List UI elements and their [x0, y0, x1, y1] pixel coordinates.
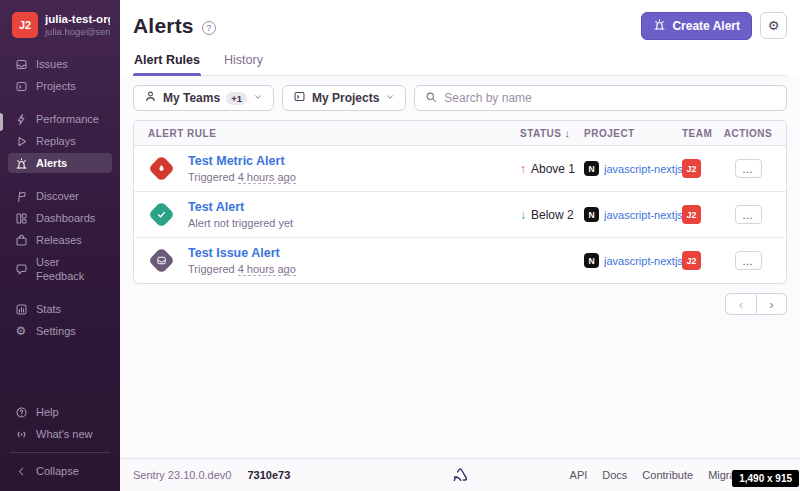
chevron-down-icon — [253, 91, 263, 105]
column-header-team: Team — [682, 128, 724, 139]
row-actions-button[interactable]: … — [735, 251, 762, 270]
arrow-down-icon: ↓ — [520, 208, 526, 222]
teams-count-badge: +1 — [226, 92, 247, 105]
sidebar-item-settings[interactable]: ⚙ Settings — [8, 321, 112, 341]
sidebar-item-help[interactable]: Help — [8, 402, 112, 422]
pagination: ‹ › — [133, 293, 787, 315]
sidebar-item-user-feedback[interactable]: User Feedback — [8, 252, 112, 286]
lightning-icon — [14, 112, 28, 126]
siren-icon — [653, 18, 666, 34]
user-icon — [144, 90, 157, 106]
tab-history[interactable]: History — [223, 53, 264, 75]
sidebar-item-releases[interactable]: Releases — [8, 230, 112, 250]
my-teams-filter[interactable]: My Teams +1 — [133, 85, 274, 111]
project-link[interactable]: javascript-nextjs — [604, 255, 682, 267]
grid-icon — [14, 211, 28, 225]
alert-rule-link[interactable]: Test Metric Alert — [188, 154, 296, 169]
window-size-badge: 1,490 x 915 — [732, 470, 799, 487]
alert-rule-link[interactable]: Test Issue Alert — [188, 246, 296, 261]
my-projects-filter[interactable]: My Projects — [282, 85, 406, 111]
row-actions-button[interactable]: … — [735, 159, 762, 178]
nextjs-platform-icon: N — [584, 207, 599, 222]
project-link[interactable]: javascript-nextjs — [604, 209, 682, 221]
gear-icon: ⚙ — [14, 324, 28, 338]
issue-alert-icon — [148, 247, 175, 274]
next-page-button[interactable]: › — [756, 293, 787, 315]
footer-link-api[interactable]: API — [570, 469, 588, 481]
sort-down-icon: ↓ — [565, 127, 571, 139]
team-badge[interactable]: J2 — [682, 205, 701, 224]
org-name: julia-test-org-2 … — [45, 13, 110, 25]
sidebar-item-discover[interactable]: Discover — [8, 186, 112, 206]
archive-icon — [14, 233, 28, 247]
search-box — [414, 85, 787, 111]
search-icon — [425, 89, 437, 107]
sidebar-item-stats[interactable]: Stats — [8, 299, 112, 319]
projects-icon — [14, 79, 28, 93]
divider — [10, 452, 110, 453]
sentry-logo-icon — [452, 468, 469, 483]
sidebar-item-dashboards[interactable]: Dashboards — [8, 208, 112, 228]
siren-icon — [14, 156, 28, 170]
alerts-settings-button[interactable]: ⚙ — [760, 12, 787, 39]
speech-bubble-icon — [14, 262, 28, 276]
help-circle-icon — [14, 405, 28, 419]
page-title: Alerts — [133, 14, 194, 38]
org-avatar[interactable]: J2 — [12, 12, 38, 38]
triggered-time-link[interactable]: 4 hours ago — [238, 171, 296, 184]
broadcast-icon — [14, 427, 28, 441]
nextjs-platform-icon: N — [584, 253, 599, 268]
footer-link-docs[interactable]: Docs — [602, 469, 627, 481]
footer: Sentry 23.10.0.dev0 7310e73 API Docs Con… — [120, 458, 800, 491]
sidebar-item-whats-new[interactable]: What's new — [8, 424, 112, 444]
tab-alert-rules[interactable]: Alert Rules — [133, 53, 201, 75]
project-cell: N javascript-nextjs — [584, 161, 682, 176]
column-header-project: Project — [584, 128, 682, 139]
bar-chart-icon — [14, 302, 28, 316]
tab-bar: Alert Rules History — [133, 53, 787, 76]
sidebar-item-replays[interactable]: Replays — [8, 131, 112, 151]
previous-page-button[interactable]: ‹ — [725, 293, 756, 315]
triggered-time-link[interactable]: 4 hours ago — [238, 263, 296, 276]
table-row: Test Metric Alert Triggered4 hours ago ↑… — [134, 146, 786, 192]
build-hash[interactable]: 7310e73 — [247, 469, 290, 481]
sidebar-collapse-button[interactable]: Collapse — [8, 461, 112, 481]
sidebar-item-performance[interactable]: Performance — [8, 109, 112, 129]
org-email: julia.hoge@sentry.io — [45, 26, 110, 37]
flag-icon — [14, 189, 28, 203]
project-link[interactable]: javascript-nextjs — [604, 163, 682, 175]
nextjs-platform-icon: N — [584, 161, 599, 176]
resolved-alert-icon — [148, 201, 175, 228]
project-icon — [293, 90, 306, 106]
sidebar-item-alerts[interactable]: Alerts — [8, 153, 112, 173]
footer-link-contribute[interactable]: Contribute — [642, 469, 693, 481]
column-header-status[interactable]: Status↓ — [520, 127, 584, 139]
sidebar-item-issues[interactable]: Issues — [8, 54, 112, 74]
sidebar-item-projects[interactable]: Projects — [8, 76, 112, 96]
sidebar: J2 julia-test-org-2 … julia.hoge@sentry.… — [0, 0, 120, 491]
project-cell: N javascript-nextjs — [584, 207, 682, 222]
arrow-up-icon: ↑ — [520, 162, 526, 176]
alert-rule-subtitle: Triggered4 hours ago — [188, 171, 296, 183]
play-icon — [14, 134, 28, 148]
gear-icon: ⚙ — [768, 18, 780, 33]
column-header-actions: Actions — [724, 128, 772, 139]
alert-rule-link[interactable]: Test Alert — [188, 200, 293, 215]
status-cell: ↓ Below 2 — [520, 208, 584, 222]
issues-icon — [14, 57, 28, 71]
alert-rules-table: Alert Rule Status↓ Project Team Actions … — [133, 120, 787, 284]
active-nav-indicator — [0, 113, 3, 131]
table-row: Test Alert Alert not triggered yet ↓ Bel… — [134, 192, 786, 238]
search-input[interactable] — [444, 91, 776, 105]
team-badge[interactable]: J2 — [682, 251, 701, 270]
row-actions-button[interactable]: … — [735, 205, 762, 224]
create-alert-button[interactable]: Create Alert — [641, 12, 752, 40]
help-tooltip-icon[interactable]: ? — [202, 21, 216, 35]
team-badge[interactable]: J2 — [682, 159, 701, 178]
org-switcher[interactable]: J2 julia-test-org-2 … julia.hoge@sentry.… — [0, 0, 120, 48]
chevron-left-icon — [14, 464, 28, 478]
main-content: Alerts ? Create Alert ⚙ Alert Rules Hist… — [120, 0, 800, 491]
content-body: My Teams +1 My Projects Alert Rule Statu… — [120, 76, 800, 458]
alert-rule-subtitle: Alert not triggered yet — [188, 217, 293, 229]
status-cell: ↑ Above 1 — [520, 162, 584, 176]
